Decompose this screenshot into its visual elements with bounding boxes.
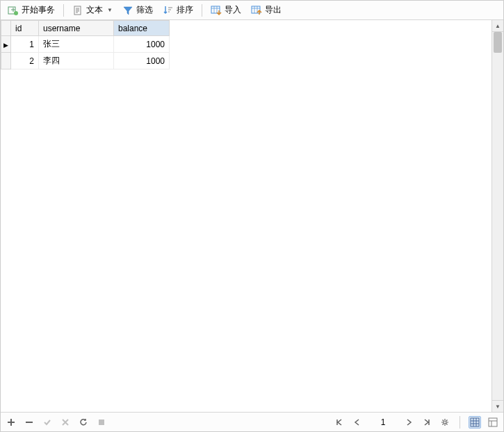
delete-row-button[interactable] — [23, 416, 35, 429]
svg-rect-5 — [99, 419, 104, 425]
svg-rect-7 — [471, 418, 479, 426]
sort-button[interactable]: 排序 — [158, 3, 197, 17]
filter-label: 筛选 — [136, 4, 153, 16]
cell-balance[interactable]: 1000 — [114, 36, 170, 53]
form-view-button[interactable] — [487, 416, 499, 429]
row-selector[interactable] — [1, 53, 11, 69]
svg-rect-4 — [252, 6, 260, 13]
svg-point-6 — [444, 421, 446, 424]
cell-username[interactable]: 李四 — [39, 53, 114, 69]
export-label: 导出 — [265, 4, 282, 16]
stop-button[interactable] — [95, 416, 108, 429]
toolbar-separator — [202, 4, 202, 17]
scroll-down-button[interactable]: ▼ — [492, 400, 503, 412]
cell-id[interactable]: 1 — [11, 36, 39, 53]
grid-view-button[interactable] — [469, 416, 481, 429]
cell-id[interactable]: 2 — [11, 53, 39, 69]
row-selector[interactable]: ▶ — [1, 36, 11, 53]
table-row[interactable]: 2李四1000 — [1, 53, 170, 69]
begin-transaction-label: 开始事务 — [22, 4, 55, 16]
filter-button[interactable]: 筛选 — [118, 3, 157, 17]
table-row[interactable]: ▶1张三1000 — [1, 36, 170, 53]
page-number-input[interactable] — [369, 417, 397, 427]
text-button[interactable]: 文本 ▼ — [68, 3, 117, 17]
svg-rect-2 — [74, 6, 81, 15]
svg-rect-8 — [489, 418, 497, 426]
text-label: 文本 — [86, 4, 103, 16]
scroll-track[interactable] — [492, 32, 503, 400]
column-header-id[interactable]: id — [11, 21, 39, 36]
apply-button[interactable] — [41, 416, 54, 429]
add-row-button[interactable] — [5, 416, 17, 429]
last-page-button[interactable] — [421, 416, 433, 429]
status-right — [333, 416, 499, 429]
status-left — [5, 416, 108, 429]
scroll-up-button[interactable]: ▲ — [492, 20, 503, 32]
prev-page-button[interactable] — [351, 416, 364, 429]
column-header-username[interactable]: username — [39, 21, 114, 36]
export-button[interactable]: 导出 — [247, 3, 286, 17]
scroll-thumb[interactable] — [494, 32, 502, 53]
main-area: id username balance ▶1张三10002李四1000 ▲ ▼ — [1, 20, 503, 412]
current-row-indicator-icon: ▶ — [3, 42, 8, 49]
filter-icon — [122, 5, 133, 16]
toolbar-separator — [63, 4, 64, 17]
settings-button[interactable] — [439, 416, 451, 429]
vertical-scrollbar[interactable]: ▲ ▼ — [491, 20, 503, 412]
document-icon — [72, 5, 83, 16]
cancel-button[interactable] — [59, 416, 72, 429]
import-button[interactable]: 导入 — [206, 3, 245, 17]
toolbar: 开始事务 文本 ▼ 筛选 排序 导入 导出 — [1, 1, 503, 20]
transaction-icon — [8, 5, 19, 16]
svg-rect-3 — [211, 6, 220, 13]
statusbar-separator — [460, 416, 460, 429]
svg-point-1 — [14, 11, 18, 15]
sort-icon — [163, 5, 174, 16]
cell-username[interactable]: 张三 — [39, 36, 114, 53]
header-row: id username balance — [1, 21, 170, 36]
column-header-balance[interactable]: balance — [114, 21, 170, 36]
sort-label: 排序 — [177, 4, 193, 16]
refresh-button[interactable] — [77, 416, 90, 429]
import-label: 导入 — [225, 4, 241, 16]
cell-balance[interactable]: 1000 — [114, 53, 170, 69]
begin-transaction-button[interactable]: 开始事务 — [3, 3, 59, 17]
first-page-button[interactable] — [333, 416, 346, 429]
row-selector-header[interactable] — [1, 21, 11, 36]
next-page-button[interactable] — [403, 416, 415, 429]
import-icon — [211, 5, 222, 16]
data-grid: id username balance ▶1张三10002李四1000 — [1, 20, 170, 69]
dropdown-arrow-icon: ▼ — [107, 7, 113, 13]
status-bar — [1, 412, 503, 431]
export-icon — [251, 5, 262, 16]
data-grid-area[interactable]: id username balance ▶1张三10002李四1000 — [1, 20, 491, 412]
